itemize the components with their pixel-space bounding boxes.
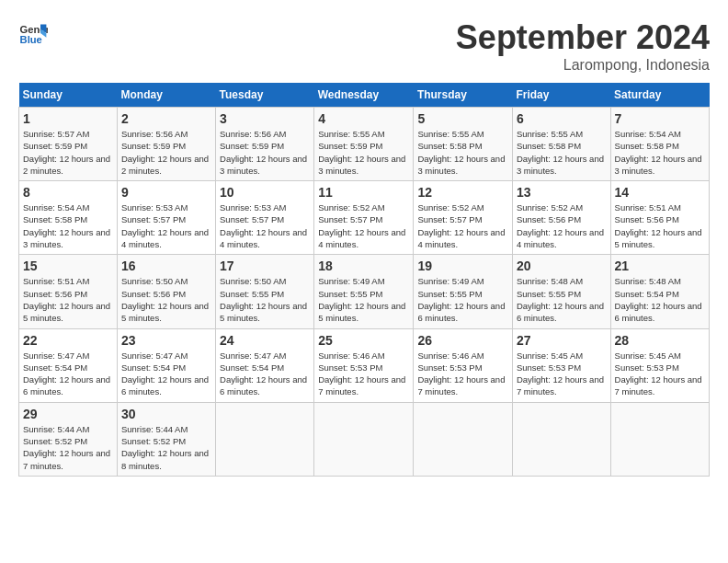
day-number: 2: [121, 111, 211, 126]
calendar-cell: 5 Sunrise: 5:55 AMSunset: 5:58 PMDayligh…: [414, 108, 513, 181]
calendar-cell: 24 Sunrise: 5:47 AMSunset: 5:54 PMDaylig…: [216, 328, 314, 402]
day-info: Sunrise: 5:56 AMSunset: 5:59 PMDaylight:…: [220, 129, 307, 176]
day-number: 14: [615, 185, 705, 200]
calendar-cell: 27 Sunrise: 5:45 AMSunset: 5:53 PMDaylig…: [512, 328, 610, 402]
header-row: SundayMondayTuesdayWednesdayThursdayFrid…: [19, 83, 710, 108]
calendar-cell: 13 Sunrise: 5:52 AMSunset: 5:56 PMDaylig…: [512, 181, 610, 255]
calendar-table: SundayMondayTuesdayWednesdayThursdayFrid…: [18, 83, 710, 477]
day-info: Sunrise: 5:47 AMSunset: 5:54 PMDaylight:…: [23, 350, 110, 397]
day-number: 20: [517, 259, 607, 273]
day-number: 30: [121, 407, 211, 421]
calendar-cell: [314, 402, 414, 476]
day-number: 1: [23, 111, 113, 126]
day-info: Sunrise: 5:47 AMSunset: 5:54 PMDaylight:…: [220, 350, 307, 397]
week-row-4: 22 Sunrise: 5:47 AMSunset: 5:54 PMDaylig…: [19, 328, 710, 402]
calendar-cell: 30 Sunrise: 5:44 AMSunset: 5:52 PMDaylig…: [117, 402, 215, 476]
location-title: Larompong, Indonesia: [456, 57, 710, 74]
calendar-cell: 25 Sunrise: 5:46 AMSunset: 5:53 PMDaylig…: [314, 328, 414, 402]
day-number: 22: [23, 333, 113, 348]
day-info: Sunrise: 5:55 AMSunset: 5:58 PMDaylight:…: [517, 129, 604, 176]
day-number: 25: [318, 333, 409, 348]
day-info: Sunrise: 5:54 AMSunset: 5:58 PMDaylight:…: [615, 129, 702, 176]
svg-text:Blue: Blue: [20, 34, 42, 45]
week-row-2: 8 Sunrise: 5:54 AMSunset: 5:58 PMDayligh…: [19, 181, 710, 255]
calendar-cell: 12 Sunrise: 5:52 AMSunset: 5:57 PMDaylig…: [414, 181, 513, 255]
calendar-cell: [512, 402, 610, 476]
day-info: Sunrise: 5:52 AMSunset: 5:56 PMDaylight:…: [517, 202, 604, 249]
logo: General Blue: [18, 18, 48, 48]
calendar-cell: [610, 402, 709, 476]
header-day-thursday: Thursday: [414, 83, 513, 108]
calendar-cell: 2 Sunrise: 5:56 AMSunset: 5:59 PMDayligh…: [117, 108, 215, 181]
day-number: 18: [318, 259, 409, 273]
calendar-cell: 10 Sunrise: 5:53 AMSunset: 5:57 PMDaylig…: [216, 181, 314, 255]
calendar-cell: 9 Sunrise: 5:53 AMSunset: 5:57 PMDayligh…: [117, 181, 215, 255]
week-row-1: 1 Sunrise: 5:57 AMSunset: 5:59 PMDayligh…: [19, 108, 710, 181]
week-row-3: 15 Sunrise: 5:51 AMSunset: 5:56 PMDaylig…: [19, 255, 710, 328]
calendar-cell: 21 Sunrise: 5:48 AMSunset: 5:54 PMDaylig…: [610, 255, 709, 328]
calendar-cell: 7 Sunrise: 5:54 AMSunset: 5:58 PMDayligh…: [610, 108, 709, 181]
calendar-cell: 19 Sunrise: 5:49 AMSunset: 5:55 PMDaylig…: [414, 255, 513, 328]
day-info: Sunrise: 5:46 AMSunset: 5:53 PMDaylight:…: [417, 350, 505, 397]
day-info: Sunrise: 5:52 AMSunset: 5:57 PMDaylight:…: [318, 202, 405, 249]
calendar-cell: 4 Sunrise: 5:55 AMSunset: 5:59 PMDayligh…: [314, 108, 414, 181]
day-info: Sunrise: 5:53 AMSunset: 5:57 PMDaylight:…: [220, 202, 307, 249]
header-day-saturday: Saturday: [610, 83, 709, 108]
day-info: Sunrise: 5:55 AMSunset: 5:59 PMDaylight:…: [318, 129, 405, 176]
day-number: 13: [517, 185, 607, 200]
day-info: Sunrise: 5:55 AMSunset: 5:58 PMDaylight:…: [417, 129, 505, 176]
day-info: Sunrise: 5:45 AMSunset: 5:53 PMDaylight:…: [517, 350, 604, 397]
week-row-5: 29 Sunrise: 5:44 AMSunset: 5:52 PMDaylig…: [19, 402, 710, 476]
header: General Blue September 2024 Larompong, I…: [18, 18, 710, 74]
day-number: 26: [417, 333, 508, 348]
calendar-cell: 8 Sunrise: 5:54 AMSunset: 5:58 PMDayligh…: [19, 181, 118, 255]
day-info: Sunrise: 5:47 AMSunset: 5:54 PMDaylight:…: [121, 350, 209, 397]
header-day-monday: Monday: [117, 83, 215, 108]
day-number: 21: [615, 259, 705, 273]
day-info: Sunrise: 5:49 AMSunset: 5:55 PMDaylight:…: [318, 276, 405, 323]
calendar-cell: 1 Sunrise: 5:57 AMSunset: 5:59 PMDayligh…: [19, 108, 118, 181]
calendar-cell: 29 Sunrise: 5:44 AMSunset: 5:52 PMDaylig…: [19, 402, 118, 476]
calendar-cell: 22 Sunrise: 5:47 AMSunset: 5:54 PMDaylig…: [19, 328, 118, 402]
day-number: 29: [23, 407, 113, 421]
day-info: Sunrise: 5:44 AMSunset: 5:52 PMDaylight:…: [23, 424, 110, 471]
calendar-cell: 6 Sunrise: 5:55 AMSunset: 5:58 PMDayligh…: [512, 108, 610, 181]
day-info: Sunrise: 5:52 AMSunset: 5:57 PMDaylight:…: [417, 202, 505, 249]
title-area: September 2024 Larompong, Indonesia: [456, 18, 710, 74]
day-info: Sunrise: 5:48 AMSunset: 5:54 PMDaylight:…: [615, 276, 702, 323]
day-info: Sunrise: 5:45 AMSunset: 5:53 PMDaylight:…: [615, 350, 702, 397]
calendar-cell: 17 Sunrise: 5:50 AMSunset: 5:55 PMDaylig…: [216, 255, 314, 328]
calendar-cell: 14 Sunrise: 5:51 AMSunset: 5:56 PMDaylig…: [610, 181, 709, 255]
day-info: Sunrise: 5:53 AMSunset: 5:57 PMDaylight:…: [121, 202, 209, 249]
calendar-cell: [216, 402, 314, 476]
day-info: Sunrise: 5:46 AMSunset: 5:53 PMDaylight:…: [318, 350, 405, 397]
calendar-cell: 3 Sunrise: 5:56 AMSunset: 5:59 PMDayligh…: [216, 108, 314, 181]
day-info: Sunrise: 5:44 AMSunset: 5:52 PMDaylight:…: [121, 424, 209, 471]
day-number: 23: [121, 333, 211, 348]
calendar-cell: 26 Sunrise: 5:46 AMSunset: 5:53 PMDaylig…: [414, 328, 513, 402]
header-day-sunday: Sunday: [19, 83, 118, 108]
day-number: 4: [318, 111, 409, 126]
day-number: 24: [220, 333, 310, 348]
calendar-cell: 16 Sunrise: 5:50 AMSunset: 5:56 PMDaylig…: [117, 255, 215, 328]
calendar-cell: 15 Sunrise: 5:51 AMSunset: 5:56 PMDaylig…: [19, 255, 118, 328]
header-day-tuesday: Tuesday: [216, 83, 314, 108]
header-day-wednesday: Wednesday: [314, 83, 414, 108]
calendar-cell: [414, 402, 513, 476]
day-number: 9: [121, 185, 211, 200]
day-number: 3: [220, 111, 310, 126]
day-info: Sunrise: 5:49 AMSunset: 5:55 PMDaylight:…: [417, 276, 505, 323]
day-info: Sunrise: 5:48 AMSunset: 5:55 PMDaylight:…: [517, 276, 604, 323]
logo-icon: General Blue: [18, 18, 48, 48]
day-number: 12: [417, 185, 508, 200]
day-number: 17: [220, 259, 310, 273]
day-number: 27: [517, 333, 607, 348]
calendar-cell: 11 Sunrise: 5:52 AMSunset: 5:57 PMDaylig…: [314, 181, 414, 255]
day-number: 15: [23, 259, 113, 273]
calendar-cell: 20 Sunrise: 5:48 AMSunset: 5:55 PMDaylig…: [512, 255, 610, 328]
day-number: 10: [220, 185, 310, 200]
day-number: 28: [615, 333, 705, 348]
calendar-cell: 18 Sunrise: 5:49 AMSunset: 5:55 PMDaylig…: [314, 255, 414, 328]
day-number: 11: [318, 185, 409, 200]
day-info: Sunrise: 5:51 AMSunset: 5:56 PMDaylight:…: [23, 276, 110, 323]
